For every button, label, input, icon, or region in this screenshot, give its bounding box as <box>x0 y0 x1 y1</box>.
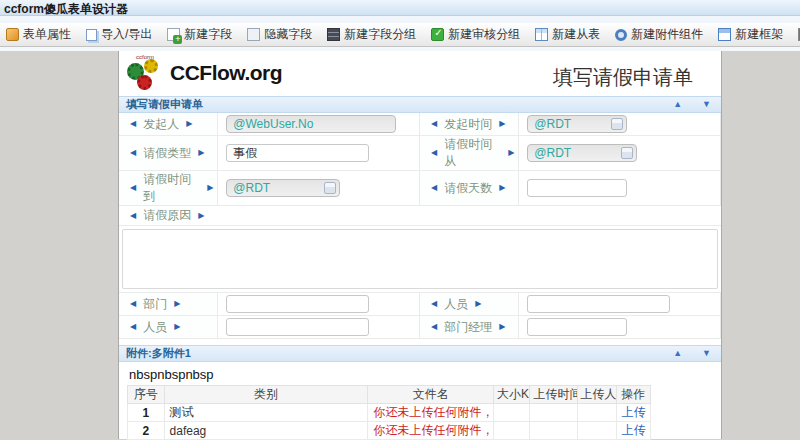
table-row: 2 dafeag 你还未上传任何附件，请上传附件 上传 <box>128 422 651 440</box>
field-label-department[interactable]: 部门 <box>143 296 167 313</box>
field-cell-dept-manager: 部门经理 <box>420 316 519 339</box>
move-field-right-icon[interactable] <box>198 212 204 220</box>
field-label-leave-from[interactable]: 请假时间从 <box>444 136 501 170</box>
filename-cell: 你还未上传任何附件，请上传附件 <box>368 422 493 440</box>
move-field-right-icon[interactable] <box>198 149 204 157</box>
move-field-left-icon[interactable] <box>431 120 437 128</box>
column-header-category: 类别 <box>164 386 368 404</box>
toolbar-button-label: 新建附件组件 <box>631 26 703 43</box>
toolbar-button-import-export[interactable]: 导入/导出 <box>86 26 152 43</box>
field-label-person[interactable]: 人员 <box>444 296 468 313</box>
toolbar-button-label: 导入/导出 <box>101 26 152 43</box>
field-cell-leave-reason: 请假原因 <box>119 206 721 226</box>
move-field-left-icon[interactable] <box>431 300 437 308</box>
uploader-cell <box>577 404 616 422</box>
field-label-leave-reason[interactable]: 请假原因 <box>143 207 191 224</box>
section-move-up-icon[interactable] <box>673 100 682 109</box>
toolbar-button-new-field[interactable]: 新建字段 <box>167 26 232 43</box>
move-field-right-icon[interactable] <box>475 300 481 308</box>
move-field-left-icon[interactable] <box>130 323 136 331</box>
field-label-start-time[interactable]: 发起时间 <box>444 116 492 133</box>
field-label-leave-to[interactable]: 请假时间到 <box>143 171 200 205</box>
main-section-title: 填写请假申请单 <box>126 97 203 112</box>
leave-type-input[interactable]: 事假 <box>226 144 369 162</box>
toolbar-button-label: 新建审核分组 <box>448 26 520 43</box>
move-field-left-icon[interactable] <box>431 149 437 157</box>
attachments-note: nbspnbspnbsp <box>119 362 721 385</box>
originator-value: @WebUser.No <box>233 117 313 131</box>
new-subtable-icon <box>535 28 548 41</box>
section-move-down-icon[interactable] <box>702 349 711 358</box>
move-field-left-icon[interactable] <box>130 300 136 308</box>
move-field-right-icon[interactable] <box>207 184 213 192</box>
toolbar-button-new-audit-group[interactable]: 新建审核分组 <box>431 26 520 43</box>
field-label-dept-manager[interactable]: 部门经理 <box>444 319 492 336</box>
new-audit-group-icon <box>431 28 444 41</box>
toolbar-button-new-subtable[interactable]: 新建从表 <box>535 26 600 43</box>
field-cell-leave-days: 请假天数 <box>420 171 519 206</box>
person-input[interactable] <box>527 295 670 313</box>
column-header-uploader: 上传人 <box>577 386 616 404</box>
field-cell-person2: 人员 <box>119 316 218 339</box>
field-cell-originator: 发起人 <box>119 113 218 136</box>
upload-link[interactable]: 上传 <box>616 404 650 422</box>
import-export-icon <box>86 29 97 41</box>
start-time-input[interactable]: @RDT <box>527 115 627 133</box>
category-cell: 测试 <box>164 404 368 422</box>
column-header-action: 操作 <box>616 386 650 404</box>
field-cell-leave-to: 请假时间到 <box>119 171 218 206</box>
move-field-left-icon[interactable] <box>130 184 136 192</box>
calendar-icon[interactable] <box>621 147 633 159</box>
move-field-right-icon[interactable] <box>174 300 180 308</box>
table-row: 1 测试 你还未上传任何附件，请上传附件 上传 <box>128 404 651 422</box>
move-field-right-icon[interactable] <box>186 120 192 128</box>
leave-from-value: @RDT <box>534 145 571 161</box>
field-label-leave-type[interactable]: 请假类型 <box>143 145 191 162</box>
designer-stage: ccform CCFlow.org 填写请假申请单 填写请假申请单 发起人 <box>0 51 800 439</box>
field-cell-leave-type: 请假类型 <box>119 136 218 171</box>
originator-input[interactable]: @WebUser.No <box>226 115 396 133</box>
upload-time-cell <box>530 404 577 422</box>
move-field-left-icon[interactable] <box>130 149 136 157</box>
move-field-right-icon[interactable] <box>499 323 505 331</box>
leave-to-input[interactable]: @RDT <box>226 179 340 197</box>
calendar-icon[interactable] <box>611 118 623 130</box>
toolbar-button-hidden-field[interactable]: 隐藏字段 <box>247 26 312 43</box>
leave-days-input[interactable] <box>527 179 627 197</box>
person2-input[interactable] <box>226 318 369 336</box>
move-field-right-icon[interactable] <box>499 184 505 192</box>
leave-from-input[interactable]: @RDT <box>527 144 637 162</box>
field-label-originator[interactable]: 发起人 <box>143 116 179 133</box>
field-label-leave-days[interactable]: 请假天数 <box>444 180 492 197</box>
serial-cell: 2 <box>128 422 165 440</box>
upload-link[interactable]: 上传 <box>616 422 650 440</box>
section-move-down-icon[interactable] <box>702 100 711 109</box>
input-cell <box>519 316 721 339</box>
department-input[interactable] <box>226 295 369 313</box>
window-titlebar: ccform傻瓜表单设计器 <box>0 0 800 16</box>
move-field-right-icon[interactable] <box>508 149 514 157</box>
leave-reason-textarea[interactable] <box>122 229 718 289</box>
move-field-right-icon[interactable] <box>499 120 505 128</box>
move-field-left-icon[interactable] <box>130 120 136 128</box>
size-cell <box>493 404 530 422</box>
input-cell <box>218 293 420 316</box>
field-label-person2[interactable]: 人员 <box>143 319 167 336</box>
window-title: ccform傻瓜表单设计器 <box>4 2 128 16</box>
dept-manager-input[interactable] <box>527 318 627 336</box>
move-field-left-icon[interactable] <box>431 184 437 192</box>
toolbar-button-new-field-group[interactable]: 新建字段分组 <box>327 26 416 43</box>
column-header-filename: 文件名 <box>368 386 493 404</box>
toolbar-button-new-frame[interactable]: 新建框架 <box>718 26 783 43</box>
toolbar-button-label: 新建字段 <box>184 26 232 43</box>
move-field-left-icon[interactable] <box>431 323 437 331</box>
calendar-icon[interactable] <box>324 182 336 194</box>
section-move-up-icon[interactable] <box>673 349 682 358</box>
category-cell: dafeag <box>164 422 368 440</box>
input-cell: @RDT <box>519 113 721 136</box>
move-field-right-icon[interactable] <box>174 323 180 331</box>
move-field-left-icon[interactable] <box>130 212 136 220</box>
toolbar-button-new-attachment[interactable]: 新建附件组件 <box>615 26 703 43</box>
toolbar-button-form-properties[interactable]: 表单属性 <box>6 26 71 43</box>
input-cell: @WebUser.No <box>218 113 420 136</box>
